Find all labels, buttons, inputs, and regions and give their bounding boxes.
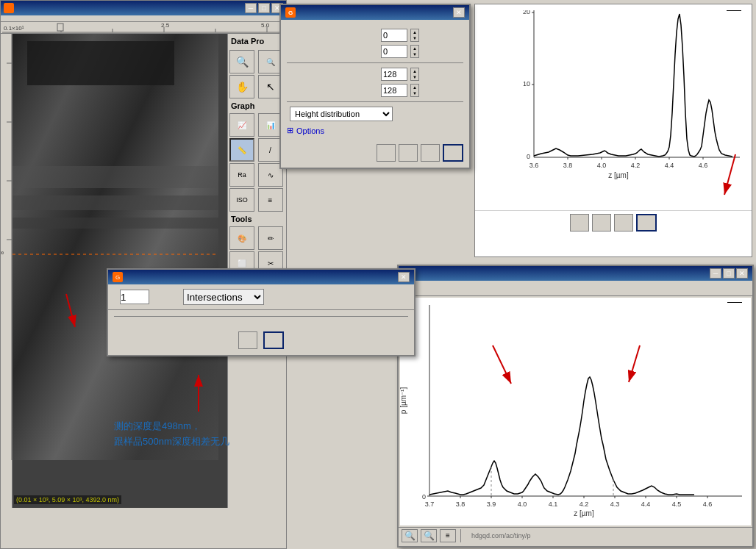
height-spinner[interactable]: ▲▼ [410,84,419,97]
svg-text:0: 0 [527,153,530,160]
chart-apply-btn[interactable] [636,214,657,232]
svg-text:20: 20 [523,10,530,15]
tool-special[interactable]: ≡ [258,188,283,212]
svg-text:3.9: 3.9 [487,500,496,508]
svg-text:5.0: 5.0 [261,22,270,29]
stat-dialog-title: G ✕ [281,5,469,20]
svg-text:4.6: 4.6 [703,500,713,508]
measure-title-bar: G ✕ [108,270,414,284]
menu-info[interactable] [60,17,71,20]
measure-table [114,313,408,323]
options-icon: ⊞ [287,126,293,135]
menu-datapro[interactable] [24,17,36,20]
measure-clear-btn[interactable] [263,331,284,349]
measure-table-container [108,310,414,326]
chart-bottom-close[interactable]: ✕ [736,268,748,279]
chart-bottom-content: p [µm⁻¹] 0 3.7 3.8 3.9 4.0 4.1 4.2 4.3 4… [400,298,751,525]
svg-text:3.8: 3.8 [456,500,466,508]
svg-rect-17 [13,34,218,460]
svg-rect-20 [13,195,218,210]
tool-measure[interactable]: 📏 [229,138,254,162]
svg-text:z [µm]: z [µm] [574,509,594,517]
svg-text:2.5: 2.5 [161,22,170,29]
tool-graph1[interactable]: 📈 [229,113,254,137]
curve-input[interactable] [120,290,149,304]
chart-top-legend [727,10,744,11]
tool-zoom-in[interactable]: 🔍 [229,50,254,73]
y-input[interactable] [381,45,407,58]
chart-update-btn[interactable] [570,214,589,232]
x-input[interactable] [381,29,407,42]
tool-color[interactable]: 🎨 [229,226,254,250]
options-section[interactable]: ⊞ Options [287,126,463,135]
stat-close-btn[interactable]: ✕ [453,7,465,18]
quantity-select[interactable]: Height distribution [290,107,393,121]
origin-y-row: ▲▼ [287,45,463,58]
chart-bottom-menu: th [399,281,752,296]
chart-hide-btn[interactable] [614,214,633,232]
height-input[interactable] [381,84,407,97]
row2-points [114,320,163,323]
minimize-btn[interactable]: ─ [245,3,257,13]
tool-iso[interactable]: ISO [229,188,254,212]
chart-bottom-title-bar: G ─ □ ✕ [399,266,752,281]
measure-close-btn[interactable] [238,331,257,349]
chart-bottom-maximize[interactable]: □ [723,268,735,279]
menu-edit[interactable] [13,17,24,20]
row2-length [261,320,310,323]
image-canvas [13,34,218,460]
chart-menu-curves[interactable] [429,282,441,294]
svg-text:3.7: 3.7 [425,500,435,508]
row2-height [310,320,360,323]
table-row [114,320,408,323]
chart-top-area: 20 10 0 3.6 3.8 4.0 4.2 4.4 4.6 z [µm] [475,4,752,210]
tool-edit2[interactable]: ✏ [258,226,283,250]
sidebar-item-graph[interactable]: Graph [229,100,285,112]
cn-text-line2: 跟样品500nm深度相差无几 [114,434,229,450]
chart-top: 20 10 0 3.6 3.8 4.0 4.2 4.4 4.6 z [µm] [474,4,752,257]
stat-icon: G [285,7,296,18]
svg-text:4.0: 4.0 [597,162,607,169]
stat-clear-button[interactable] [399,144,418,162]
measure-icon: G [113,272,123,282]
sidebar-item-tools[interactable]: Tools [229,213,285,225]
row2-x [163,320,213,323]
y-spinner[interactable]: ▲▼ [410,45,419,58]
width-input[interactable] [381,68,407,81]
chart-top-buttons [475,210,752,234]
method-select[interactable]: Intersections [183,289,264,305]
chart-bottom-minimize[interactable]: ─ [710,268,721,279]
svg-text:4.2: 4.2 [631,162,641,169]
x-spinner[interactable]: ▲▼ [410,29,419,42]
legend-line [727,10,741,11]
tool-pan[interactable]: ✋ [229,75,254,98]
dialog-statistical-functions: G ✕ ▲▼ ▲▼ ▲▼ [279,4,471,169]
update-button[interactable] [377,144,396,162]
menu-graph[interactable] [36,17,48,20]
svg-text:4.4: 4.4 [665,162,674,169]
width-spinner[interactable]: ▲▼ [410,68,419,81]
menu-volume[interactable] [48,17,60,20]
hide-button[interactable] [421,144,440,162]
chart-bottom-status: 🔍 🔍 ≡ hdgqd.com/ac/tiny/p [399,527,752,543]
dialog-measure-distances: G ✕ Intersections [107,268,416,356]
divider-2 [287,101,463,102]
chart-clear-btn[interactable] [592,214,611,232]
maximize-btn[interactable]: □ [258,3,270,13]
chart-bottom-legend [727,302,745,303]
chart-menu-data[interactable] [417,282,429,294]
menu-file[interactable] [1,17,13,20]
width-row: ▲▼ [287,68,463,81]
svg-text:8: 8 [1,251,4,254]
status-icon-1[interactable]: 🔍 [402,529,418,542]
measure-close-x-btn[interactable]: ✕ [398,272,410,282]
svg-text:0: 0 [422,493,426,500]
main-title-bar: ─ □ ✕ [1,1,286,15]
apply-button[interactable] [443,144,463,162]
row2-y [212,320,261,323]
status-icon-2[interactable]: 🔍 [421,529,437,542]
tool-roughness[interactable]: Ra [229,163,254,187]
status-icon-3[interactable]: ≡ [440,529,456,542]
sidebar-item-datapro[interactable]: Data Pro [229,35,285,47]
svg-text:4.1: 4.1 [549,500,558,508]
